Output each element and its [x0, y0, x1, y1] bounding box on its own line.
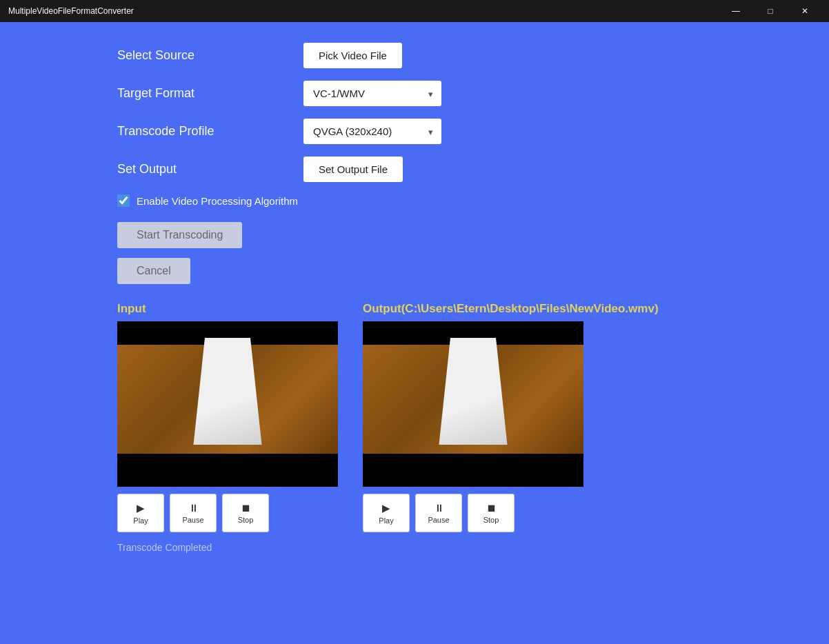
main-area: Select Source Pick Video File Target For…: [0, 22, 829, 644]
output-stop-label: Stop: [483, 516, 499, 524]
output-play-button[interactable]: ▶ Play: [363, 494, 410, 532]
input-play-label: Play: [133, 516, 148, 525]
output-video-label: Output(C:\Users\Etern\Desktop\Files\NewV…: [363, 302, 659, 316]
input-stop-button[interactable]: ⏹ Stop: [222, 494, 269, 532]
maximize-button[interactable]: □: [755, 1, 786, 21]
set-output-row: Set Output Set Output File: [117, 157, 801, 182]
output-play-label: Play: [379, 516, 393, 525]
enable-vpa-label[interactable]: Enable Video Processing Algorithm: [137, 195, 298, 207]
output-controls-row: ▶ Play ⏸ Pause ⏹ Stop: [363, 494, 515, 532]
transcode-profile-select[interactable]: QVGA (320x240) VGA (640x480) HD (1280x72…: [303, 119, 441, 144]
target-format-row: Target Format VC-1/WMV H.264/MP4 H.265/H…: [117, 81, 801, 106]
input-stop-icon: ⏹: [241, 502, 251, 514]
input-stop-label: Stop: [238, 516, 254, 524]
output-video-frame: [363, 321, 583, 487]
input-pause-button[interactable]: ⏸ Pause: [170, 494, 217, 532]
output-pause-button[interactable]: ⏸ Pause: [415, 494, 462, 532]
target-format-wrapper: VC-1/WMV H.264/MP4 H.265/HEVC VP9/WebM A…: [303, 81, 441, 106]
set-output-button[interactable]: Set Output File: [303, 157, 403, 182]
window-controls: — □ ✕: [720, 1, 821, 21]
target-format-label: Target Format: [117, 86, 303, 101]
transcode-profile-wrapper: QVGA (320x240) VGA (640x480) HD (1280x72…: [303, 119, 441, 144]
input-play-icon: ▶: [137, 502, 145, 514]
output-video-panel: Output(C:\Users\Etern\Desktop\Files\NewV…: [363, 302, 659, 532]
select-source-row: Select Source Pick Video File: [117, 43, 801, 68]
output-pause-icon: ⏸: [434, 502, 444, 514]
input-video-frame: [117, 321, 338, 487]
output-stop-icon: ⏹: [486, 502, 497, 514]
video-section: Input ▶ Play ⏸ Pause ⏹ Stop: [117, 302, 801, 532]
input-cup-scene: [117, 321, 338, 487]
pick-video-button[interactable]: Pick Video File: [303, 43, 402, 68]
enable-vpa-checkbox[interactable]: [117, 194, 130, 207]
target-format-select[interactable]: VC-1/WMV H.264/MP4 H.265/HEVC VP9/WebM A…: [303, 81, 441, 106]
output-stop-button[interactable]: ⏹ Stop: [468, 494, 515, 532]
transcode-profile-label: Transcode Profile: [117, 124, 303, 139]
enable-vpa-row: Enable Video Processing Algorithm: [117, 194, 801, 207]
input-controls-row: ▶ Play ⏸ Pause ⏹ Stop: [117, 494, 269, 532]
app-title: MultipleVideoFileFormatConverter: [8, 6, 134, 16]
set-output-label: Set Output: [117, 162, 303, 177]
input-video-label: Input: [117, 302, 146, 316]
title-bar: MultipleVideoFileFormatConverter — □ ✕: [0, 0, 829, 22]
status-text: Transcode Completed: [117, 542, 801, 553]
cancel-button[interactable]: Cancel: [117, 258, 190, 284]
transcode-profile-row: Transcode Profile QVGA (320x240) VGA (64…: [117, 119, 801, 144]
input-play-button[interactable]: ▶ Play: [117, 494, 164, 532]
input-video-panel: Input ▶ Play ⏸ Pause ⏹ Stop: [117, 302, 338, 532]
input-pause-icon: ⏸: [188, 502, 199, 514]
minimize-button[interactable]: —: [720, 1, 752, 21]
output-pause-label: Pause: [428, 516, 449, 524]
select-source-label: Select Source: [117, 48, 303, 63]
input-pause-label: Pause: [182, 516, 203, 524]
output-cup-scene: [363, 321, 583, 487]
start-transcoding-button[interactable]: Start Transcoding: [117, 222, 242, 248]
close-button[interactable]: ✕: [789, 1, 821, 21]
output-play-icon: ▶: [382, 502, 390, 514]
